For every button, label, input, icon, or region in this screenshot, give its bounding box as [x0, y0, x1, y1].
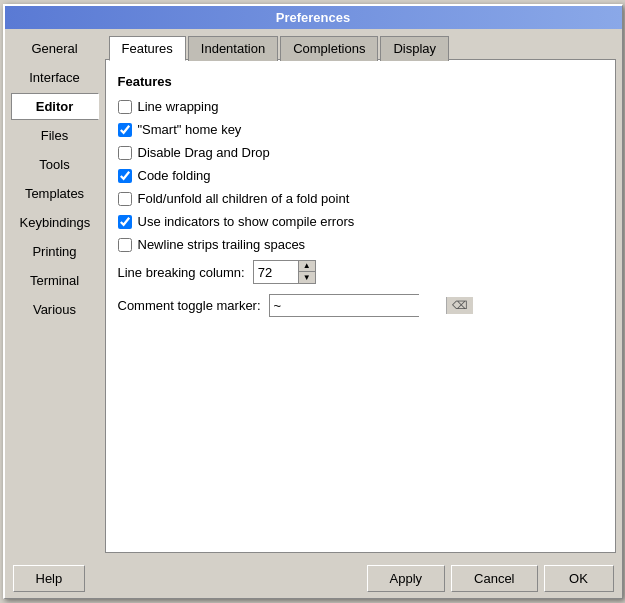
line-breaking-label: Line breaking column:	[118, 265, 245, 280]
checkboxes-container: Line wrapping"Smart" home keyDisable Dra…	[118, 99, 603, 252]
ok-button[interactable]: OK	[544, 565, 614, 592]
tab-indentation[interactable]: Indentation	[188, 36, 278, 61]
sidebar-item-terminal[interactable]: Terminal	[11, 267, 99, 294]
sidebar: GeneralInterfaceEditorFilesToolsTemplate…	[11, 35, 99, 553]
dialog-title: Preferences	[276, 10, 350, 25]
sidebar-item-general[interactable]: General	[11, 35, 99, 62]
checkbox-5[interactable]	[118, 215, 132, 229]
spinner-buttons: ▲ ▼	[298, 261, 315, 283]
spinner-up-button[interactable]: ▲	[299, 261, 315, 272]
bottom-bar: Help Apply Cancel OK	[5, 559, 622, 598]
cancel-button[interactable]: Cancel	[451, 565, 537, 592]
right-panel: FeaturesIndentationCompletionsDisplay Fe…	[105, 35, 616, 553]
sidebar-item-tools[interactable]: Tools	[11, 151, 99, 178]
comment-toggle-row: Comment toggle marker: ⌫	[118, 294, 603, 317]
main-content: GeneralInterfaceEditorFilesToolsTemplate…	[5, 29, 622, 559]
line-breaking-input[interactable]	[254, 263, 298, 282]
sidebar-item-templates[interactable]: Templates	[11, 180, 99, 207]
comment-toggle-input[interactable]	[270, 295, 446, 316]
tab-features[interactable]: Features	[109, 36, 186, 61]
checkbox-3[interactable]	[118, 169, 132, 183]
checkbox-0[interactable]	[118, 100, 132, 114]
action-buttons: Apply Cancel OK	[367, 565, 614, 592]
checkbox-label-6: Newline strips trailing spaces	[138, 237, 306, 252]
checkbox-row-4: Fold/unfold all children of a fold point	[118, 191, 603, 206]
sidebar-item-various[interactable]: Various	[11, 296, 99, 323]
title-bar: Preferences	[5, 6, 622, 29]
checkbox-label-4: Fold/unfold all children of a fold point	[138, 191, 350, 206]
checkbox-label-3: Code folding	[138, 168, 211, 183]
apply-button[interactable]: Apply	[367, 565, 446, 592]
sidebar-item-interface[interactable]: Interface	[11, 64, 99, 91]
tabs-bar: FeaturesIndentationCompletionsDisplay	[105, 35, 616, 60]
comment-toggle-clear-button[interactable]: ⌫	[446, 297, 473, 314]
sidebar-item-printing[interactable]: Printing	[11, 238, 99, 265]
sidebar-item-editor[interactable]: Editor	[11, 93, 99, 120]
sidebar-item-keybindings[interactable]: Keybindings	[11, 209, 99, 236]
checkbox-2[interactable]	[118, 146, 132, 160]
tab-content: Features Line wrapping"Smart" home keyDi…	[105, 59, 616, 553]
checkbox-row-3: Code folding	[118, 168, 603, 183]
preferences-dialog: Preferences GeneralInterfaceEditorFilesT…	[3, 4, 623, 599]
checkbox-label-1: "Smart" home key	[138, 122, 242, 137]
checkbox-row-1: "Smart" home key	[118, 122, 603, 137]
checkbox-label-5: Use indicators to show compile errors	[138, 214, 355, 229]
line-breaking-row: Line breaking column: ▲ ▼	[118, 260, 603, 284]
checkbox-4[interactable]	[118, 192, 132, 206]
checkbox-label-2: Disable Drag and Drop	[138, 145, 270, 160]
checkbox-6[interactable]	[118, 238, 132, 252]
comment-toggle-input-wrap[interactable]: ⌫	[269, 294, 419, 317]
checkbox-row-5: Use indicators to show compile errors	[118, 214, 603, 229]
tab-display[interactable]: Display	[380, 36, 449, 61]
spinner-down-button[interactable]: ▼	[299, 272, 315, 283]
checkbox-label-0: Line wrapping	[138, 99, 219, 114]
line-breaking-spinner[interactable]: ▲ ▼	[253, 260, 316, 284]
checkbox-row-6: Newline strips trailing spaces	[118, 237, 603, 252]
comment-toggle-label: Comment toggle marker:	[118, 298, 261, 313]
checkbox-row-0: Line wrapping	[118, 99, 603, 114]
sidebar-item-files[interactable]: Files	[11, 122, 99, 149]
checkbox-1[interactable]	[118, 123, 132, 137]
tab-completions[interactable]: Completions	[280, 36, 378, 61]
help-button[interactable]: Help	[13, 565, 86, 592]
features-title: Features	[118, 74, 603, 89]
checkbox-row-2: Disable Drag and Drop	[118, 145, 603, 160]
